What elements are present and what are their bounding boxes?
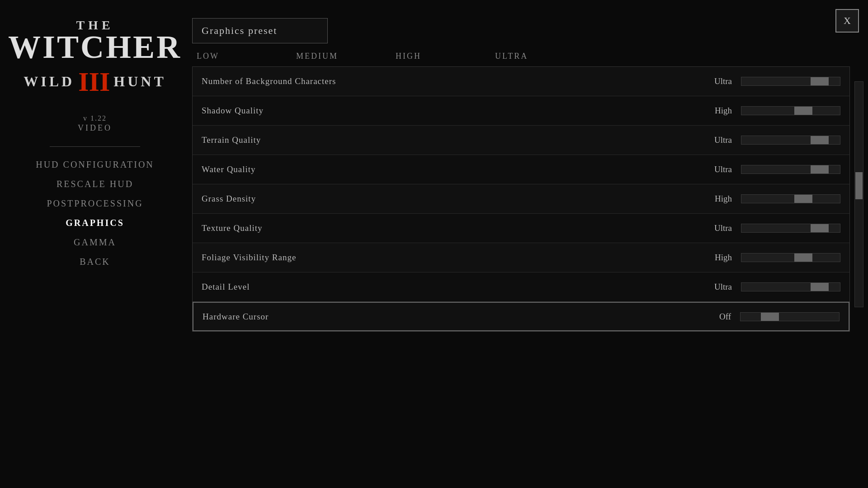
setting-row-3[interactable]: Water QualityUltra [193, 155, 849, 184]
scale-level-ultra: ULTRA [495, 52, 594, 61]
setting-name-6: Foliage Visibility Range [202, 253, 696, 263]
scrollbar-thumb[interactable] [855, 172, 863, 199]
slider-0[interactable] [741, 77, 840, 86]
slider-thumb-2 [811, 136, 829, 144]
setting-name-5: Texture Quality [202, 223, 696, 233]
sidebar-divider [50, 146, 140, 147]
setting-value-4: High [696, 194, 732, 204]
close-icon: X [844, 15, 851, 27]
setting-name-3: Water Quality [202, 164, 696, 174]
setting-row-0[interactable]: Number of Background CharactersUltra [193, 67, 849, 96]
setting-row-8[interactable]: Hardware CursorOff [193, 302, 849, 331]
nav-item-back[interactable]: BACK [71, 253, 119, 271]
slider-5[interactable] [741, 224, 840, 233]
setting-value-2: Ultra [696, 135, 732, 145]
game-logo: THE WITCHER WILD III HUNT [8, 18, 182, 102]
setting-value-1: High [696, 106, 732, 116]
slider-2[interactable] [741, 136, 840, 145]
scale-level-medium: MEDIUM [296, 52, 396, 61]
setting-value-0: Ultra [696, 76, 732, 86]
slider-thumb-4 [794, 195, 812, 203]
logo-three: III [78, 68, 110, 95]
slider-thumb-8 [761, 313, 779, 321]
quality-scale: LOWMEDIUMHIGHULTRA [192, 48, 850, 67]
sidebar: THE WITCHER WILD III HUNT v 1.22 VIDEO H… [0, 0, 190, 488]
setting-name-0: Number of Background Characters [202, 76, 696, 86]
setting-row-6[interactable]: Foliage Visibility RangeHigh [193, 243, 849, 272]
nav-item-rescale-hud[interactable]: RESCALE HUD [47, 175, 142, 193]
setting-row-7[interactable]: Detail LevelUltra [193, 272, 849, 302]
close-button[interactable]: X [835, 9, 859, 33]
slider-thumb-1 [794, 107, 812, 115]
setting-value-5: Ultra [696, 223, 732, 233]
slider-thumb-3 [811, 165, 829, 174]
slider-thumb-7 [811, 283, 829, 291]
setting-value-6: High [696, 253, 732, 263]
logo-wild: WILD [24, 73, 75, 90]
preset-title: Graphics preset [202, 25, 277, 36]
nav-item-graphics[interactable]: GRAPHICS [57, 214, 133, 232]
logo-hunt: HUNT [113, 73, 166, 90]
setting-value-7: Ultra [696, 282, 732, 292]
slider-thumb-6 [794, 253, 812, 262]
scrollbar[interactable] [854, 81, 863, 307]
setting-value-8: Off [695, 312, 731, 322]
logo-witcher: WITCHER [8, 33, 182, 62]
slider-8[interactable] [740, 312, 840, 321]
nav-item-hud-config[interactable]: HUD CONFIGURATION [27, 156, 163, 174]
setting-value-3: Ultra [696, 164, 732, 174]
slider-6[interactable] [741, 253, 840, 262]
version-label: v 1.22 [83, 114, 107, 122]
logo-emblem: WILD III HUNT [41, 64, 149, 100]
nav-item-postprocessing[interactable]: POSTPROCESSING [38, 195, 152, 212]
graphics-preset-header: Graphics preset [192, 18, 328, 43]
scale-level-high: HIGH [396, 52, 495, 61]
setting-name-1: Shadow Quality [202, 106, 696, 116]
slider-3[interactable] [741, 165, 840, 174]
nav-item-gamma[interactable]: GAMMA [65, 234, 125, 251]
nav-menu: HUD CONFIGURATIONRESCALE HUDPOSTPROCESSI… [0, 156, 190, 271]
setting-row-2[interactable]: Terrain QualityUltra [193, 126, 849, 155]
setting-name-8: Hardware Cursor [203, 312, 695, 322]
slider-thumb-5 [811, 224, 829, 232]
scale-level-low: LOW [197, 52, 296, 61]
setting-name-2: Terrain Quality [202, 135, 696, 145]
slider-1[interactable] [741, 106, 840, 115]
scale-container: LOWMEDIUMHIGHULTRA [197, 52, 594, 61]
setting-name-4: Grass Density [202, 194, 696, 204]
slider-thumb-0 [811, 77, 829, 85]
main-content: Graphics preset LOWMEDIUMHIGHULTRA Numbe… [192, 18, 850, 470]
setting-name-7: Detail Level [202, 282, 696, 292]
setting-row-5[interactable]: Texture QualityUltra [193, 214, 849, 243]
setting-row-4[interactable]: Grass DensityHigh [193, 184, 849, 214]
slider-4[interactable] [741, 194, 840, 203]
section-label: VIDEO [78, 123, 112, 133]
setting-row-1[interactable]: Shadow QualityHigh [193, 96, 849, 126]
slider-7[interactable] [741, 282, 840, 291]
settings-list: Number of Background CharactersUltraShad… [192, 67, 850, 332]
